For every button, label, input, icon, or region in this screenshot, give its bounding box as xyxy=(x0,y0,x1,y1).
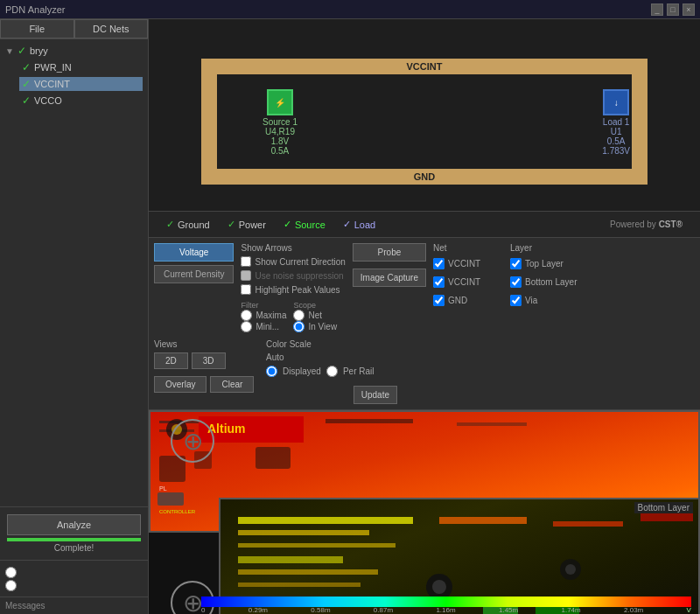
specify-radio[interactable] xyxy=(5,580,17,591)
tree-collapse-icon[interactable]: ▼ xyxy=(5,46,14,56)
top-layer-checkbox[interactable] xyxy=(510,258,522,269)
displayed-row: Displayed Per Rail xyxy=(266,366,397,377)
net-gnd-checkbox[interactable] xyxy=(433,295,444,306)
net-item-2: GND xyxy=(433,295,503,306)
analyze-area: Analyze Complete! xyxy=(0,506,148,560)
auto-label: Auto xyxy=(266,352,284,362)
grad-label-1: 0.29m xyxy=(248,606,268,614)
window-controls[interactable]: _ □ × xyxy=(651,3,695,16)
noise-suppression-checkbox[interactable] xyxy=(241,270,251,281)
inview-label: In View xyxy=(308,322,337,331)
scope-title: Scope xyxy=(293,301,337,310)
analyze-button[interactable]: Analyze xyxy=(7,514,141,535)
via-checkbox[interactable] xyxy=(510,295,522,306)
show-current-label: Show Current Direction xyxy=(255,257,345,267)
sidebar-item-vcco[interactable]: ✓ VCCO xyxy=(19,94,143,108)
legend-bar: ✓ Ground ✓ Power ✓ Source ✓ Load Powered… xyxy=(149,212,700,238)
3d-button[interactable]: 3D xyxy=(192,352,226,369)
net-vccint-2-checkbox[interactable] xyxy=(433,276,444,288)
minima-radio[interactable] xyxy=(241,321,252,332)
net-item-1: VCCINT xyxy=(433,276,503,288)
bottom-layer-item: Bottom Layer xyxy=(510,276,598,288)
specify-row xyxy=(5,580,143,591)
grad-label-3: 0.87m xyxy=(374,606,393,614)
displayed-radio[interactable] xyxy=(266,366,277,377)
probe-button[interactable]: Probe xyxy=(353,243,426,262)
show-current-direction-row: Show Current Direction xyxy=(241,256,345,267)
voltage-controls xyxy=(0,560,148,597)
highlight-peak-checkbox[interactable] xyxy=(241,284,251,295)
top-layer-item: Top Layer xyxy=(510,258,598,269)
top-bus-label: VCCINT xyxy=(407,61,443,72)
compass-bottom-icon: ⊕ xyxy=(183,589,203,615)
schematic-area: VCCINT GND ⚡ Source 1 U4,R19 1.8V 0.5A xyxy=(149,19,700,212)
update-button[interactable]: Update xyxy=(354,386,397,404)
gradient-labels: 0 0.29m 0.58m 0.87m 1.16m 1.45m 1.74m 2.… xyxy=(201,606,691,614)
sidebar-item-vccint[interactable]: ✓ VCCINT xyxy=(19,77,143,91)
dc-nets-tab[interactable]: DC Nets xyxy=(74,19,149,38)
via-label: Via xyxy=(525,296,537,305)
2d-button[interactable]: 2D xyxy=(154,352,188,369)
maxima-radio[interactable] xyxy=(241,310,252,321)
progress-bar-fill xyxy=(7,538,141,541)
auto-row: Auto xyxy=(266,352,397,362)
ground-text: Ground xyxy=(178,220,210,230)
right-bus xyxy=(632,59,648,185)
highlight-peak-row: Highlight Peak Values xyxy=(241,284,345,295)
left-bus xyxy=(201,59,217,185)
minimize-button[interactable]: _ xyxy=(651,3,663,16)
pcb-viewer[interactable]: Altium PL CONTROLLER xyxy=(149,410,700,614)
svg-rect-24 xyxy=(439,517,527,524)
power-check-icon: ✓ xyxy=(228,219,235,230)
vccint-label: VCCINT xyxy=(34,79,70,89)
filter-group: Filter Maxima Mini... xyxy=(241,301,286,332)
svg-text:CONTROLLER: CONTROLLER xyxy=(159,509,196,514)
net-vccint-1-label: VCCINT xyxy=(448,259,480,269)
highlight-peak-label: Highlight Peak Values xyxy=(255,285,340,295)
grad-label-0: 0 xyxy=(201,606,205,614)
net-radio[interactable] xyxy=(293,310,304,321)
tree-root: ▼ ✓ bryy xyxy=(5,45,143,57)
noise-suppression-label: Use noise suppression xyxy=(255,271,343,281)
svg-rect-19 xyxy=(238,530,369,535)
clear-button[interactable]: Clear xyxy=(210,376,254,393)
main-layout: File DC Nets ▼ ✓ bryy ✓ PWR_IN ✓ VCCINT … xyxy=(0,19,700,614)
per-rail-label: Per Rail xyxy=(343,366,374,376)
powered-by: Powered by CST® xyxy=(610,220,682,229)
legend-load: ✓ Load xyxy=(343,219,375,230)
net-title: Net xyxy=(433,243,503,253)
close-button[interactable]: × xyxy=(682,3,695,16)
image-capture-button[interactable]: Image Capture xyxy=(353,269,426,287)
voltage-button[interactable]: Voltage xyxy=(154,243,234,262)
bottom-layer-badge: Bottom Layer xyxy=(634,502,693,513)
app-title: PDN Analyzer xyxy=(5,4,65,15)
svg-rect-6 xyxy=(457,422,527,426)
sidebar-item-pwr-in[interactable]: ✓ PWR_IN xyxy=(19,60,143,74)
content-area: VCCINT GND ⚡ Source 1 U4,R19 1.8V 0.5A xyxy=(149,19,700,614)
file-tab[interactable]: File xyxy=(0,19,74,38)
maximize-button[interactable]: □ xyxy=(667,3,679,16)
svg-rect-18 xyxy=(238,517,413,524)
net-vccint-1-checkbox[interactable] xyxy=(433,258,444,269)
per-rail-radio[interactable] xyxy=(326,366,338,377)
probe-section: Probe Image Capture xyxy=(353,243,426,287)
svg-rect-15 xyxy=(158,492,184,506)
vcco-check-icon: ✓ xyxy=(22,94,31,107)
overlay-button[interactable]: Overlay xyxy=(154,376,206,393)
load-legend-text: Load xyxy=(354,220,375,230)
grad-label-2: 0.58m xyxy=(311,606,330,614)
arrows-section: Show Arrows Show Current Direction Use n… xyxy=(241,243,345,332)
net-section: Net VCCINT VCCINT GND xyxy=(433,243,503,308)
views-title: Views xyxy=(154,339,259,349)
minima-row: Mini... xyxy=(241,321,286,332)
show-current-checkbox[interactable] xyxy=(241,256,251,267)
svg-rect-20 xyxy=(238,543,396,548)
current-density-button[interactable]: Current Density xyxy=(154,265,234,283)
svg-rect-5 xyxy=(326,419,413,423)
root-label: bryy xyxy=(30,45,48,56)
bottom-layer-checkbox[interactable] xyxy=(510,276,522,288)
inview-radio[interactable] xyxy=(293,321,304,332)
slider-radio[interactable] xyxy=(5,567,17,578)
sidebar: File DC Nets ▼ ✓ bryy ✓ PWR_IN ✓ VCCINT … xyxy=(0,19,149,614)
top-bus: VCCINT xyxy=(201,59,648,74)
